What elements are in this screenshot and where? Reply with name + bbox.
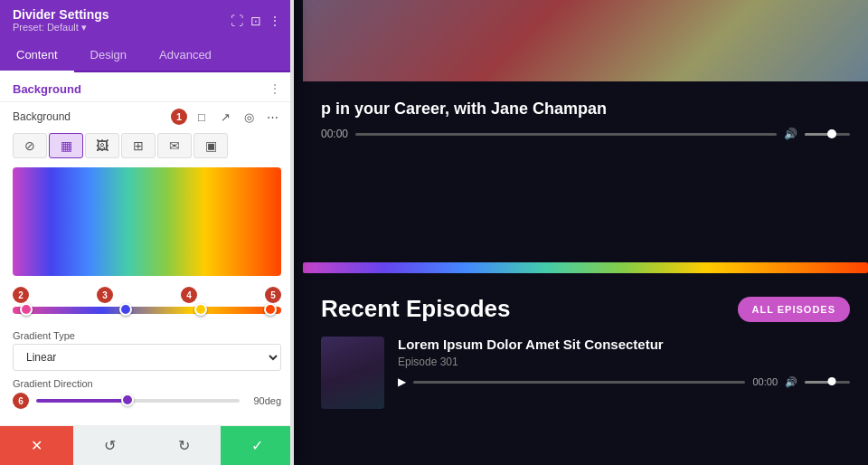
episode-thumbnail	[321, 337, 384, 409]
type-pattern-btn[interactable]: ⊞	[121, 133, 156, 158]
stop-knob-pink[interactable]	[20, 303, 33, 316]
gradient-type-field: Gradient Type Linear Radial Conic	[0, 327, 294, 375]
more-icon[interactable]: ⋮	[269, 14, 281, 28]
tab-content[interactable]: Content	[0, 39, 74, 72]
settings-panel: Divider Settings Preset: Default ▾ ⛶ ⊡ ⋮…	[0, 0, 294, 465]
audio-time: 00:00	[321, 128, 348, 140]
volume-knob	[827, 129, 836, 138]
episode-title: Lorem Ipsum Dolor Amet Sit Consectetur	[398, 337, 850, 352]
direction-slider-wrap: 6 90deg	[13, 393, 281, 409]
stop-badge-3: 3	[97, 287, 113, 303]
bg-icon-square[interactable]: □	[193, 108, 211, 126]
gradient-type-label: Gradient Type	[13, 330, 281, 341]
podcast-title-area: p in your Career, with Jane Champan 00:0…	[303, 86, 868, 154]
panel-body: Background ⋮ Background 1 □ ↗ ◎ ⋯ ⊘ ▦ 🖼 …	[0, 72, 294, 425]
recent-header: Recent Episodes ALL EPISODES	[321, 295, 850, 323]
background-icons: 1 □ ↗ ◎ ⋯	[171, 108, 281, 126]
type-icons-row: ⊘ ▦ 🖼 ⊞ ✉ ▣	[0, 129, 294, 164]
badge-1: 1	[171, 109, 187, 125]
gradient-stops-row: 2 3 4 5	[0, 283, 294, 327]
volume-icon: 🔊	[784, 128, 797, 140]
type-gradient-btn[interactable]: ▦	[49, 133, 83, 158]
gradient-bar-track[interactable]	[13, 307, 281, 314]
gradient-direction-label: Gradient Direction	[13, 378, 281, 389]
redo-button[interactable]: ↻	[147, 426, 221, 465]
gradient-preview	[13, 167, 281, 276]
gradient-type-select[interactable]: Linear Radial Conic	[13, 344, 281, 371]
recent-title: Recent Episodes	[321, 295, 511, 323]
type-other-btn[interactable]: ▣	[193, 133, 228, 158]
background-label: Background	[13, 110, 71, 123]
bg-icon-cursor[interactable]: ↗	[216, 108, 234, 126]
bg-icon-eye[interactable]: ◎	[240, 108, 258, 126]
section-title: Background	[13, 82, 81, 96]
cancel-button[interactable]: ✕	[0, 426, 73, 465]
tab-bar: Content Design Advanced	[0, 39, 294, 72]
panel-header-icons: ⛶ ⊡ ⋮	[231, 14, 281, 28]
tab-design[interactable]: Design	[74, 39, 143, 72]
episode-volume-bar[interactable]	[805, 381, 850, 384]
section-header: Background ⋮	[0, 72, 294, 102]
episode-play-button[interactable]: ▶	[398, 375, 406, 388]
resize-handle[interactable]	[290, 0, 294, 465]
all-episodes-button[interactable]: ALL EPISODES	[738, 297, 850, 322]
stop-knob-red[interactable]	[264, 303, 277, 316]
stop-badge-2: 2	[13, 287, 29, 303]
undo-button[interactable]: ↺	[73, 426, 146, 465]
divider-bar	[303, 262, 868, 273]
episode-audio-bar: ▶ 00:00 🔊	[398, 375, 850, 388]
stop-badge-5: 5	[265, 287, 281, 303]
stop-badge-6: 6	[13, 393, 29, 409]
episode-time: 00:00	[752, 376, 778, 387]
episode-track[interactable]	[413, 381, 745, 384]
audio-track[interactable]	[355, 133, 777, 136]
stop-knob-yellow[interactable]	[194, 303, 207, 316]
stop-badge-4: 4	[181, 287, 197, 303]
panel-header: Divider Settings Preset: Default ▾ ⛶ ⊡ ⋮	[0, 0, 294, 39]
episode-number: Episode 301	[398, 356, 850, 368]
panel-preset[interactable]: Preset: Default ▾	[13, 22, 109, 33]
recent-episodes: Recent Episodes ALL EPISODES Lorem Ipsum…	[303, 279, 868, 465]
gradient-direction-row: Gradient Direction 6 90deg	[0, 375, 294, 416]
section-menu-icon[interactable]: ⋮	[269, 81, 281, 96]
type-video-btn[interactable]: ✉	[157, 133, 192, 158]
background-label-row: Background 1 □ ↗ ◎ ⋯	[0, 102, 294, 129]
split-icon[interactable]: ⊡	[250, 14, 261, 28]
top-image-inner	[303, 0, 868, 81]
type-image-btn[interactable]: 🖼	[85, 133, 119, 158]
tab-advanced[interactable]: Advanced	[143, 39, 228, 72]
panel-title-area: Divider Settings Preset: Default ▾	[13, 7, 109, 33]
slider-knob	[121, 394, 134, 406]
podcast-title: p in your Career, with Jane Champan	[321, 100, 850, 119]
episode-row: Lorem Ipsum Dolor Amet Sit Consectetur E…	[321, 337, 850, 409]
episode-volume-knob	[828, 377, 836, 385]
type-none-btn[interactable]: ⊘	[13, 133, 47, 158]
top-image	[303, 0, 868, 81]
stops-labels: 2 3 4 5	[13, 287, 281, 303]
direction-value: 90deg	[247, 395, 281, 406]
bg-icon-dots[interactable]: ⋯	[263, 108, 281, 126]
gradient-direction-slider[interactable]	[36, 399, 240, 403]
audio-bar: 00:00 🔊	[321, 128, 850, 140]
episode-thumb-inner	[321, 337, 384, 409]
panel-footer: ✕ ↺ ↻ ✓	[0, 425, 294, 465]
stop-knob-blue[interactable]	[119, 303, 132, 316]
panel-title: Divider Settings	[13, 7, 109, 22]
episode-info: Lorem Ipsum Dolor Amet Sit Consectetur E…	[398, 337, 850, 388]
volume-bar[interactable]	[805, 133, 850, 136]
expand-icon[interactable]: ⛶	[231, 14, 243, 28]
episode-volume-icon: 🔊	[785, 376, 797, 388]
save-button[interactable]: ✓	[221, 426, 294, 465]
